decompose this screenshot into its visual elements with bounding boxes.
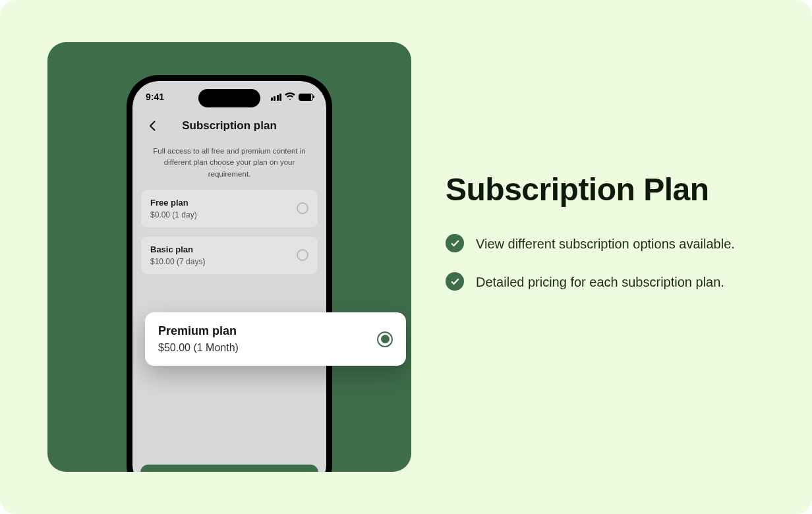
screen-title: Subscription plan (182, 119, 277, 132)
notch-pill (198, 89, 260, 107)
plan-option-basic[interactable]: Basic plan $10.00 (7 days) (140, 236, 318, 275)
status-right (271, 92, 314, 101)
check-icon (446, 272, 464, 291)
wifi-icon (285, 92, 295, 101)
signal-icon (271, 94, 282, 101)
feature-text: View different subscription options avai… (476, 234, 735, 254)
plan-name: Premium plan (158, 324, 239, 338)
check-icon (446, 234, 464, 252)
continue-button[interactable]: Continue (140, 465, 318, 472)
status-time: 9:41 (146, 92, 164, 102)
feature-item: View different subscription options avai… (446, 234, 770, 254)
feature-list: View different subscription options avai… (446, 234, 770, 292)
plan-name: Free plan (150, 198, 197, 208)
plan-option-premium[interactable]: Premium plan $50.00 (1 Month) (145, 312, 406, 366)
plan-price: $50.00 (1 Month) (158, 342, 239, 354)
phone-frame: 9:41 (127, 75, 332, 472)
feature-item: Detailed pricing for each subscription p… (446, 272, 770, 292)
screen-body: Subscription plan Full access to all fre… (132, 113, 326, 472)
radio-checked-icon[interactable] (377, 331, 393, 347)
plan-price: $10.00 (7 days) (150, 257, 205, 266)
phone-screen: 9:41 (132, 81, 326, 472)
plan-list: Free plan $0.00 (1 day) Basic plan $10.0… (140, 189, 318, 322)
back-button[interactable] (144, 118, 160, 134)
radio-unchecked-icon[interactable] (297, 249, 308, 261)
marketing-copy: Subscription Plan View different subscri… (446, 171, 770, 292)
feature-text: Detailed pricing for each subscription p… (476, 272, 724, 292)
screen-description: Full access to all free and premium cont… (144, 146, 314, 180)
radio-unchecked-icon[interactable] (297, 202, 308, 214)
marketing-panel: 9:41 (0, 0, 812, 514)
screen-header: Subscription plan (140, 113, 318, 139)
battery-icon (299, 94, 313, 101)
plan-name: Basic plan (150, 244, 205, 254)
plan-price: $0.00 (1 day) (150, 210, 197, 219)
plan-option-free[interactable]: Free plan $0.00 (1 day) (140, 189, 318, 228)
page-title: Subscription Plan (446, 171, 770, 208)
phone-mockup-card: 9:41 (47, 42, 411, 472)
